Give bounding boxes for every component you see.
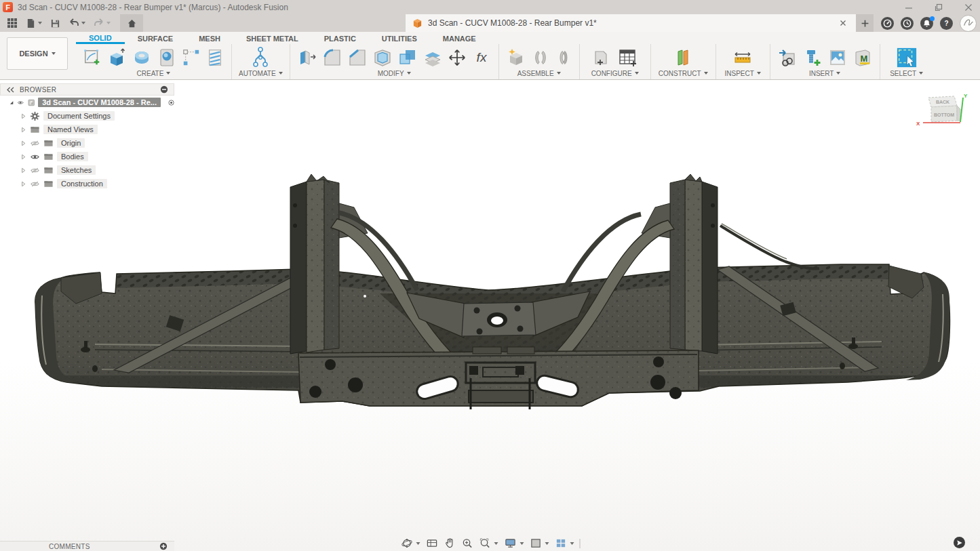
browser-item-sketches[interactable]: Sketches (20, 163, 174, 177)
select-dropdown[interactable]: SELECT (890, 69, 923, 77)
expand-closed-icon[interactable] (20, 140, 26, 146)
redo-button[interactable] (91, 15, 113, 31)
item-label[interactable]: Sketches (57, 165, 96, 175)
press-pull-icon[interactable] (297, 47, 317, 68)
tab-mesh[interactable]: MESH (186, 34, 233, 44)
browser-item-origin[interactable]: Origin (20, 136, 174, 150)
create-dropdown[interactable]: CREATE (137, 69, 171, 77)
visibility-eye-icon[interactable] (30, 152, 40, 162)
home-view-button[interactable] (120, 14, 143, 32)
display-settings-icon[interactable] (503, 537, 524, 550)
view-cube[interactable]: BACK BOTTOM Y X (915, 91, 972, 137)
rigid-group-icon[interactable] (555, 47, 572, 68)
expand-closed-icon[interactable] (20, 167, 26, 174)
create-sketch-icon[interactable] (83, 47, 102, 68)
item-label[interactable]: Origin (57, 138, 85, 148)
send-feedback-button[interactable] (954, 537, 965, 548)
window-minimize-button[interactable] (904, 3, 914, 12)
pattern-icon[interactable] (182, 47, 201, 68)
look-at-icon[interactable] (425, 537, 438, 550)
expand-closed-icon[interactable] (20, 181, 26, 187)
insert-fastener-icon[interactable] (802, 47, 823, 68)
browser-item-bodies[interactable]: Bodies (20, 150, 174, 163)
insert-mcmaster-icon[interactable]: M (852, 47, 873, 68)
canvas-image-icon[interactable] (827, 47, 848, 68)
inspect-dropdown[interactable]: INSPECT (724, 69, 760, 77)
browser-root-row[interactable]: 3d Scan - CUCV M1008-28 - Re... (9, 96, 174, 109)
item-label[interactable]: Named Views (43, 125, 98, 134)
tab-sheet-metal[interactable]: SHEET METAL (233, 34, 311, 44)
expand-closed-icon[interactable] (20, 127, 26, 133)
recent-clock-icon[interactable] (901, 17, 914, 30)
hole-icon[interactable] (157, 47, 177, 68)
expand-open-icon[interactable] (9, 100, 14, 106)
visibility-off-icon[interactable] (30, 165, 40, 176)
configuration-icon[interactable] (591, 47, 612, 68)
joint-icon[interactable] (531, 47, 550, 68)
automate-dropdown[interactable]: AUTOMATE (239, 69, 283, 77)
window-maximize-button[interactable] (934, 3, 943, 12)
browser-header[interactable]: BROWSER (0, 83, 174, 96)
offset-face-icon[interactable] (423, 47, 443, 68)
visibility-eye-icon[interactable] (17, 98, 24, 108)
visibility-off-icon[interactable] (30, 138, 40, 148)
tab-utilities[interactable]: UTILITIES (369, 34, 430, 44)
app-launcher-grid-icon[interactable] (4, 15, 20, 31)
browser-item-named-views[interactable]: Named Views (20, 123, 174, 136)
construct-dropdown[interactable]: CONSTRUCT (659, 69, 708, 77)
new-component-icon[interactable] (506, 47, 526, 68)
save-button[interactable] (47, 15, 63, 31)
measure-icon[interactable] (732, 47, 753, 68)
change-parameters-fx-icon[interactable]: fx (471, 47, 492, 68)
configure-dropdown[interactable]: CONFIGURE (591, 69, 639, 77)
fit-icon[interactable] (478, 537, 498, 550)
insert-dropdown[interactable]: INSERT (809, 69, 841, 77)
select-icon[interactable] (896, 47, 918, 68)
insert-derive-icon[interactable] (777, 47, 798, 68)
browser-item-construction[interactable]: Construction (20, 177, 174, 190)
tab-surface[interactable]: SURFACE (125, 34, 187, 44)
user-avatar[interactable] (960, 15, 977, 32)
extensions-icon[interactable] (881, 17, 894, 30)
tab-close-icon[interactable] (837, 17, 849, 29)
coil-icon[interactable] (205, 47, 224, 68)
tab-manage[interactable]: MANAGE (430, 34, 489, 44)
tab-solid[interactable]: SOLID (76, 33, 125, 44)
combine-icon[interactable] (397, 47, 418, 68)
zoom-icon[interactable] (460, 537, 473, 550)
activate-component-radio[interactable] (168, 98, 174, 107)
visibility-off-icon[interactable] (30, 179, 40, 189)
single-viewport-icon[interactable] (529, 537, 549, 550)
expand-closed-icon[interactable] (20, 154, 26, 160)
undo-button[interactable] (66, 15, 88, 31)
document-tab[interactable]: 3d Scan - CUCV M1008-28 - Rear Bumper v1… (406, 14, 856, 32)
chamfer-icon[interactable] (347, 47, 368, 68)
workspace-selector[interactable]: DESIGN (7, 37, 68, 70)
extrude-icon[interactable] (106, 47, 127, 68)
add-comment-icon[interactable] (159, 542, 168, 550)
new-tab-button[interactable] (856, 14, 874, 32)
move-copy-icon[interactable] (448, 48, 467, 67)
item-label[interactable]: Document Settings (43, 111, 115, 121)
browser-collapse-icon[interactable] (6, 87, 15, 93)
notifications-bell-icon[interactable] (920, 17, 933, 30)
construction-plane-icon[interactable] (673, 47, 693, 68)
window-close-button[interactable] (964, 3, 973, 12)
browser-item-document-settings[interactable]: Document Settings (20, 109, 174, 123)
revolve-icon[interactable] (132, 47, 152, 68)
configuration-table-icon[interactable] (616, 47, 638, 68)
comments-bar[interactable]: COMMENTS (0, 541, 174, 551)
tab-plastic[interactable]: PLASTIC (311, 34, 369, 44)
shell-icon[interactable] (372, 47, 393, 68)
assemble-dropdown[interactable]: ASSEMBLE (517, 69, 561, 77)
root-component-label[interactable]: 3d Scan - CUCV M1008-28 - Re... (38, 98, 161, 107)
item-label[interactable]: Construction (57, 179, 107, 188)
automate-icon[interactable] (249, 46, 272, 69)
expand-closed-icon[interactable] (20, 113, 26, 119)
help-icon[interactable]: ? (940, 17, 953, 30)
pan-icon[interactable] (443, 537, 456, 550)
modify-dropdown[interactable]: MODIFY (378, 69, 411, 77)
file-menu-button[interactable] (23, 15, 45, 31)
multi-viewport-icon[interactable] (554, 537, 574, 550)
orbit-icon[interactable] (400, 537, 420, 550)
